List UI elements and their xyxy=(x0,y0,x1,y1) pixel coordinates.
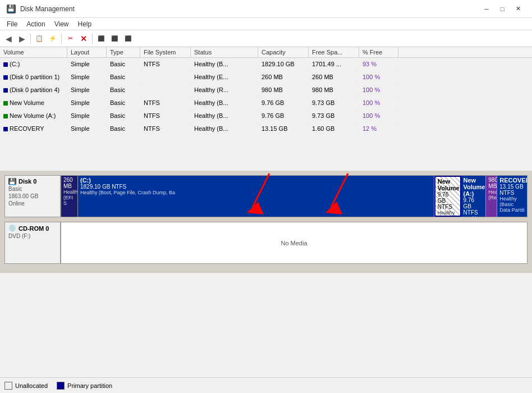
maximize-button[interactable]: □ xyxy=(495,3,510,15)
td-volume: New Volume xyxy=(0,97,67,109)
forward-button[interactable]: ▶ xyxy=(16,33,28,45)
toolbar-sep-3 xyxy=(92,34,93,44)
td-type: Basic xyxy=(107,122,140,135)
partition-info: Healthy (Boot, Page File, Crash Dump, Ba xyxy=(80,190,432,195)
table-header: Volume Layout Type File System Status Ca… xyxy=(0,47,532,58)
partition-size: 980 MB xyxy=(488,177,494,189)
td-pctfree: 100 % xyxy=(359,109,398,122)
partition-name: New Volume xyxy=(438,178,458,191)
partition-info: Healthy (Basic Data Parti xyxy=(464,216,484,217)
menu-help[interactable]: Help xyxy=(74,19,97,29)
col-header-capacity[interactable]: Capacity xyxy=(258,47,309,57)
td-pctfree: 12 % xyxy=(359,122,398,135)
toolbar-sep-1 xyxy=(30,34,31,44)
disk0-icon: 💾 xyxy=(8,178,16,185)
partition-recovery980[interactable]: 980 MB Healthy (Recovery xyxy=(486,176,497,217)
partition-newvol[interactable]: New Volume 9.76 GB NTFS Healthy (Basic D… xyxy=(434,176,461,217)
disk-map-section: 💾 Disk 0 Basic 1863.00 GB Online 260 MB … xyxy=(0,171,532,377)
cdrom0-type: DVD (F:) xyxy=(8,233,57,239)
menu-bar: File Action View Help xyxy=(0,18,532,30)
td-pctfree: 100 % xyxy=(359,97,398,109)
disk0-status: Online xyxy=(8,200,57,207)
td-type: Basic xyxy=(107,109,140,122)
td-pctfree: 100 % xyxy=(359,71,398,83)
td-volume: RECOVERY xyxy=(0,122,67,135)
disk0-size: 1863.00 GB xyxy=(8,193,57,199)
partition-c[interactable]: (C:) 1829.10 GB NTFS Healthy (Boot, Page… xyxy=(78,176,434,217)
td-status: Healthy (B... xyxy=(191,122,258,135)
col-header-freespace[interactable]: Free Spa... xyxy=(309,47,359,57)
table-body: (C:) Simple Basic NTFS Healthy (B... 182… xyxy=(0,58,532,135)
legend-unalloc-label: Unallocated xyxy=(15,382,48,389)
app-title: Disk Management xyxy=(20,5,75,13)
td-type: Basic xyxy=(107,97,140,109)
menu-view[interactable]: View xyxy=(50,19,74,29)
toolbar-btn-5[interactable]: ⬛ xyxy=(108,33,121,45)
disk0-type: Basic xyxy=(8,186,57,192)
partition-name: (C:) xyxy=(80,177,432,184)
menu-file[interactable]: File xyxy=(2,19,22,29)
col-header-pctfree[interactable]: % Free xyxy=(359,47,398,57)
td-layout: Simple xyxy=(67,97,107,109)
col-header-type[interactable]: Type xyxy=(107,47,140,57)
td-layout: Simple xyxy=(67,71,107,83)
table-row[interactable]: (Disk 0 partition 1) Simple Basic Health… xyxy=(0,71,532,84)
table-row[interactable]: (Disk 0 partition 4) Simple Basic Health… xyxy=(0,84,532,97)
partition-efi[interactable]: 260 MB Healthy (EFI S xyxy=(61,176,78,217)
volume-table: Volume Layout Type File System Status Ca… xyxy=(0,47,532,171)
partition-size: 9.76 GB NTFS xyxy=(438,191,458,210)
toolbar-btn-4[interactable]: ⬛ xyxy=(95,33,107,45)
delete-button[interactable]: ✕ xyxy=(77,33,90,45)
help-button[interactable]: ⚡ xyxy=(47,33,59,45)
partition-info: Healthy (Basic Data Parti xyxy=(438,210,458,217)
toolbar-sep-2 xyxy=(61,34,62,44)
toolbar: ◀ ▶ 📋 ⚡ ✂ ✕ ⬛ ⬛ ⬛ xyxy=(0,30,532,47)
partition-info: Healthy (Basic Data Partiti xyxy=(499,196,525,213)
td-status: Healthy (E... xyxy=(191,71,258,83)
cdrom0-row: 💿 CD-ROM 0 DVD (F:) No Media xyxy=(4,222,528,264)
legend-primary-label: Primary partition xyxy=(67,382,112,389)
td-freespace: 1701.49 ... xyxy=(309,58,359,70)
td-type: Basic xyxy=(107,58,140,70)
col-header-volume[interactable]: Volume xyxy=(0,47,67,57)
table-row[interactable]: RECOVERY Simple Basic NTFS Healthy (B...… xyxy=(0,122,532,135)
table-row[interactable]: (C:) Simple Basic NTFS Healthy (B... 182… xyxy=(0,58,532,71)
td-freespace: 1.60 GB xyxy=(309,122,359,135)
cdrom0-media: No Media xyxy=(281,240,307,246)
td-type: Basic xyxy=(107,84,140,96)
back-button[interactable]: ◀ xyxy=(2,33,15,45)
td-fs: NTFS xyxy=(140,58,191,70)
td-layout: Simple xyxy=(67,109,107,122)
cdrom0-name: 💿 CD-ROM 0 xyxy=(8,225,57,232)
status-bar: Unallocated Primary partition xyxy=(0,377,532,393)
td-capacity: 13.15 GB xyxy=(258,122,309,135)
cdrom0-label: 💿 CD-ROM 0 DVD (F:) xyxy=(4,222,61,264)
table-row[interactable]: New Volume (A:) Simple Basic NTFS Health… xyxy=(0,109,532,122)
td-status: Healthy (B... xyxy=(191,97,258,109)
partition-newvola[interactable]: New Volume (A:) 9.76 GB NTFS Healthy (Ba… xyxy=(461,176,487,217)
table-row[interactable]: New Volume Simple Basic NTFS Healthy (B.… xyxy=(0,97,532,109)
td-pctfree: 93 % xyxy=(359,58,398,70)
col-header-layout[interactable]: Layout xyxy=(67,47,107,57)
partition-size: 1829.10 GB NTFS xyxy=(80,184,432,190)
properties-button[interactable]: 📋 xyxy=(33,33,45,45)
td-layout: Simple xyxy=(67,84,107,96)
close-button[interactable]: ✕ xyxy=(511,3,525,15)
disk0-partitions: 260 MB Healthy (EFI S (C:) 1829.10 GB NT… xyxy=(61,175,528,217)
legend-primary-box xyxy=(57,382,65,390)
td-pctfree: 100 % xyxy=(359,84,398,96)
td-volume: (C:) xyxy=(0,58,67,70)
col-header-status[interactable]: Status xyxy=(191,47,258,57)
toolbar-btn-3[interactable]: ✂ xyxy=(64,33,76,45)
minimize-button[interactable]: ─ xyxy=(479,3,494,15)
td-volume: New Volume (A:) xyxy=(0,109,67,122)
main-area: Volume Layout Type File System Status Ca… xyxy=(0,47,532,377)
partition-size: 9.76 GB NTFS xyxy=(464,197,484,216)
title-bar-left: 💾 Disk Management xyxy=(7,4,75,13)
td-capacity: 980 MB xyxy=(258,84,309,96)
toolbar-btn-6[interactable]: ⬛ xyxy=(122,33,134,45)
td-status: Healthy (R... xyxy=(191,84,258,96)
menu-action[interactable]: Action xyxy=(22,19,49,29)
col-header-fs[interactable]: File System xyxy=(140,47,191,57)
partition-recovery[interactable]: RECOVERY 13.15 GB NTFS Healthy (Basic Da… xyxy=(497,176,527,217)
